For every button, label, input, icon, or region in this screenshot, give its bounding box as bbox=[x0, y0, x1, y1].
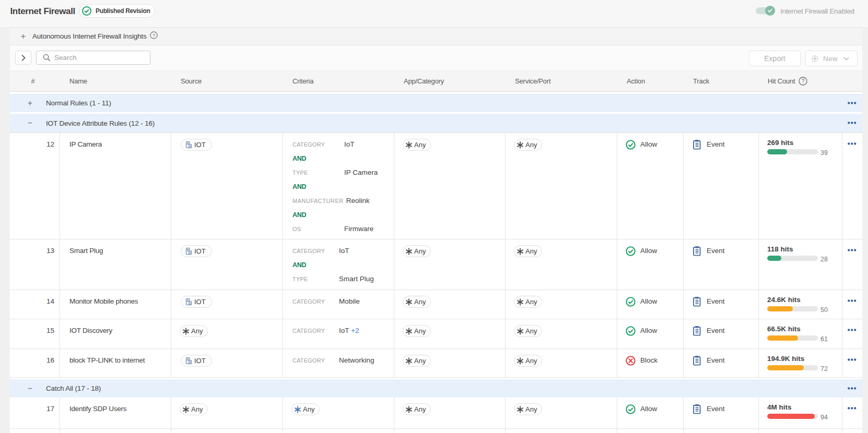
svg-text:?: ? bbox=[802, 78, 805, 84]
svg-text:?: ? bbox=[153, 33, 155, 38]
